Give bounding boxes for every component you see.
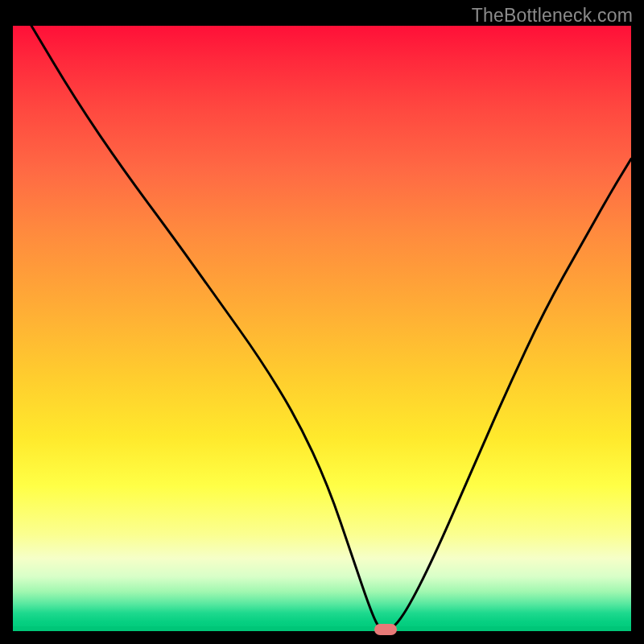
watermark-text: TheBottleneck.com bbox=[472, 5, 633, 27]
bottleneck-curve bbox=[13, 26, 631, 631]
chart-frame: TheBottleneck.com bbox=[0, 0, 644, 644]
optimal-marker bbox=[374, 624, 397, 635]
baseline bbox=[13, 626, 631, 631]
plot-area bbox=[13, 26, 631, 631]
